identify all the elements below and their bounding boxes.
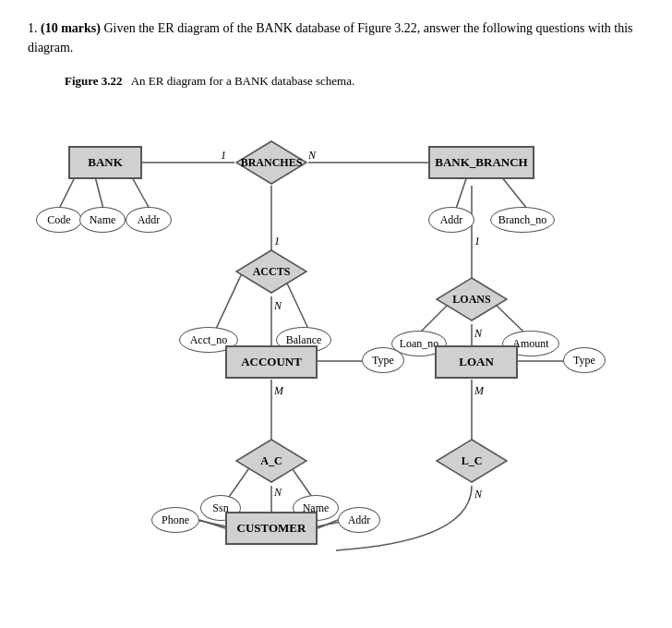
card-accts-account: N <box>274 299 282 313</box>
card-branches-bank-branch: N <box>308 149 316 163</box>
relationship-accts: ACCTS <box>234 248 308 295</box>
question-marks: (10 marks) <box>41 21 101 35</box>
figure-caption: Figure 3.22 An ER diagram for a BANK dat… <box>65 74 644 89</box>
relationship-branches: BRANCHES <box>234 139 308 186</box>
question-body: Given the ER diagram of the BANK databas… <box>28 21 633 54</box>
attr-phone: Phone <box>151 507 199 533</box>
entity-customer: CUSTOMER <box>225 512 318 545</box>
attr-type-loan: Type <box>563 347 606 373</box>
relationship-loans: LOANS <box>435 276 509 322</box>
attr-addr-cust: Addr <box>338 507 380 533</box>
attr-name-bank: Name <box>79 207 126 233</box>
relationship-lc: L_C <box>435 438 509 484</box>
entity-loan: LOAN <box>435 345 518 379</box>
entity-bank: BANK <box>68 146 142 179</box>
card-branch-loans: 1 <box>474 235 480 248</box>
attr-code: Code <box>36 207 82 233</box>
entity-account: ACCOUNT <box>225 345 318 379</box>
card-lc-customer: N <box>474 488 482 501</box>
relationship-ac: A_C <box>234 438 308 484</box>
er-diagram: BANK Code Name Addr BRANCHES 1 N BANK_BR… <box>31 98 641 578</box>
attr-type-account: Type <box>362 347 404 373</box>
question-number: 1. <box>28 21 38 35</box>
card-branches-accts: 1 <box>274 235 280 248</box>
card-ac-customer: N <box>274 486 282 500</box>
card-bank-branches: 1 <box>221 149 226 163</box>
attr-addr-branch: Addr <box>428 207 474 233</box>
svg-line-29 <box>199 520 225 528</box>
card-loans-loan: N <box>474 327 482 341</box>
card-account-ac: M <box>274 384 283 398</box>
svg-line-30 <box>318 520 338 528</box>
attr-branch-no: Branch_no <box>490 207 555 233</box>
entity-bank-branch: BANK_BRANCH <box>428 146 534 179</box>
question-text: 1. (10 marks) Given the ER diagram of th… <box>28 18 644 57</box>
card-loan-lc: M <box>474 384 484 398</box>
attr-addr-bank: Addr <box>126 207 172 233</box>
